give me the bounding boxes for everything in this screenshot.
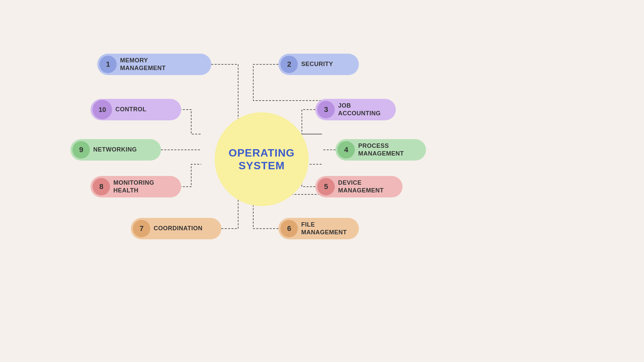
node-2-label: SECURITY <box>298 61 340 68</box>
node-7-label: COORDINATION <box>150 225 209 232</box>
node-4-number: 4 <box>337 141 355 159</box>
node-security: 2 SECURITY <box>278 54 359 75</box>
node-5-label: DEVICEMANAGEMENT <box>335 179 390 195</box>
diagram-container: OPERATING SYSTEM 1 MEMORYMANAGEMENT 2 SE… <box>0 0 644 362</box>
node-8-label: MONITORINGHEALTH <box>110 179 161 195</box>
node-1-number: 1 <box>99 56 117 73</box>
node-8-number: 8 <box>93 178 110 195</box>
node-5-number: 5 <box>317 178 335 195</box>
node-monitoring-health: 8 MONITORINGHEALTH <box>91 176 181 197</box>
center-circle-text: OPERATING SYSTEM <box>229 146 295 172</box>
node-3-number: 3 <box>317 101 335 118</box>
node-process-management: 4 PROCESSMANAGEMENT <box>335 139 426 161</box>
node-1-label: MEMORYMANAGEMENT <box>117 57 172 72</box>
node-9-number: 9 <box>72 141 90 159</box>
node-3-label: JOBACCOUNTING <box>335 102 387 118</box>
node-device-management: 5 DEVICEMANAGEMENT <box>315 176 402 197</box>
node-4-label: PROCESSMANAGEMENT <box>355 142 411 158</box>
center-circle: OPERATING SYSTEM <box>215 112 309 206</box>
node-file-management: 6 FILEMANAGEMENT <box>278 218 359 239</box>
node-2-number: 2 <box>280 56 298 73</box>
node-control: 10 CONTROL <box>91 99 181 120</box>
node-6-number: 6 <box>280 220 298 237</box>
node-coordination: 7 COORDINATION <box>131 218 221 239</box>
node-10-number: 10 <box>93 100 112 119</box>
node-6-label: FILEMANAGEMENT <box>298 221 354 237</box>
node-7-number: 7 <box>133 220 150 237</box>
node-9-label: NETWORKING <box>90 146 144 154</box>
node-networking: 9 NETWORKING <box>70 139 161 161</box>
node-10-label: CONTROL <box>112 106 153 113</box>
node-memory-management: 1 MEMORYMANAGEMENT <box>97 54 211 75</box>
node-job-accounting: 3 JOBACCOUNTING <box>315 99 396 120</box>
